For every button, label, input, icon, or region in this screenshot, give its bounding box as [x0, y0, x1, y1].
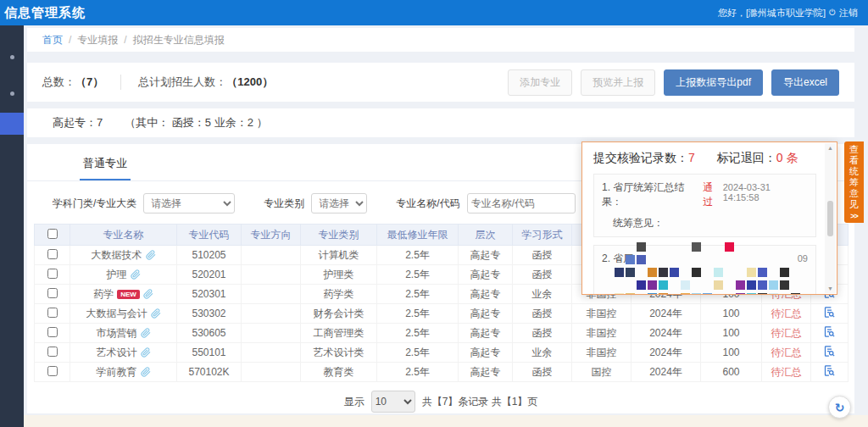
mosaic-cell — [648, 280, 657, 290]
export-excel-button[interactable]: 导出excel — [771, 69, 839, 96]
cell-category: 工商管理类 — [301, 324, 377, 343]
sidebar-active-item[interactable] — [0, 113, 24, 135]
paperclip-icon[interactable] — [131, 269, 141, 282]
cell-form: 业余 — [513, 285, 572, 304]
mosaic-cell — [725, 242, 734, 252]
major-name-input[interactable] — [467, 193, 576, 214]
breadcrumb-item: 拟招生专业信息填报 — [133, 33, 225, 47]
column-header: 专业名称 — [70, 225, 177, 246]
user-greeting: 您好，[滁州城市职业学院] — [718, 7, 826, 19]
paperclip-icon[interactable] — [146, 250, 156, 263]
add-major-button[interactable]: 添加专业 — [508, 69, 572, 96]
view-coordination-opinion-tab[interactable]: 查看统筹意见 >> — [844, 141, 864, 223]
cell-years: 2.5年 — [377, 304, 459, 324]
row-checkbox[interactable] — [47, 269, 58, 279]
table-row: 大数据与会计530302财务会计类2.5年高起专函授非国控2024年100待汇总 — [35, 304, 849, 324]
cell-plan: 100 — [701, 304, 762, 324]
major-name: 艺术设计 — [97, 347, 137, 358]
cell-direction — [242, 285, 301, 304]
subject-select[interactable]: 请选择 — [143, 193, 235, 214]
page-size-select[interactable]: 10 — [371, 391, 415, 413]
table-row: 市场营销530605工商管理类2.5年高起专函授非国控2024年100待汇总 — [35, 324, 849, 343]
scroll-down-icon[interactable]: ▼ — [827, 286, 833, 291]
view-detail-icon[interactable] — [823, 306, 836, 321]
mosaic-cell — [747, 268, 756, 277]
cell-direction — [242, 343, 301, 363]
paperclip-icon[interactable] — [151, 308, 161, 321]
row-checkbox[interactable] — [47, 327, 58, 337]
redacted-mosaic — [615, 242, 811, 295]
mosaic-row — [615, 255, 811, 264]
power-icon: ⏻ — [829, 8, 836, 18]
mosaic-row — [615, 242, 811, 252]
total-count-label: 总数： — [42, 75, 75, 90]
new-badge: NEW — [117, 290, 140, 299]
select-all-checkbox[interactable] — [47, 229, 58, 239]
mosaic-cell — [615, 293, 624, 295]
row-checkbox[interactable] — [47, 347, 58, 357]
paperclip-icon[interactable] — [141, 347, 151, 360]
submit-count-label: 提交核验记录数： — [593, 151, 688, 164]
table-row: 艺术设计550101艺术设计类2.5年高起专业余非国控2024年100待汇总 — [35, 343, 849, 363]
popup-title: 提交核验记录数：7 标记退回：0 条 — [593, 151, 816, 166]
record-1-timestamp: 2024-03-31 14:15:58 — [723, 182, 808, 202]
mosaic-cell — [637, 242, 646, 252]
mosaic-cell — [714, 268, 723, 277]
paperclip-icon[interactable] — [141, 328, 151, 341]
paperclip-icon[interactable] — [143, 289, 153, 302]
cell-category: 护理类 — [301, 265, 377, 285]
record-1-result-line: 1. 省厅统筹汇总结果： 通过 2024-03-31 14:15:58 — [602, 180, 808, 209]
cell-level: 高起专 — [459, 285, 513, 304]
major-name: 大数据技术 — [92, 249, 142, 261]
view-detail-icon[interactable] — [823, 325, 836, 341]
cell-category: 财务会计类 — [301, 304, 377, 324]
status-badge: 待汇总 — [762, 324, 811, 343]
submit-count-value: 7 — [688, 151, 695, 164]
row-checkbox[interactable] — [47, 366, 58, 376]
view-detail-icon[interactable] — [823, 345, 836, 360]
cell-direction — [242, 304, 301, 324]
sidebar-menu-icon[interactable] — [10, 55, 14, 59]
cell-year: 2024年 — [632, 324, 701, 343]
column-header: 最低修业年限 — [377, 225, 459, 246]
floating-widget-button[interactable]: ↻ — [828, 396, 851, 419]
mosaic-cell — [758, 293, 767, 295]
sidebar-menu-icon[interactable] — [10, 92, 14, 96]
row-checkbox[interactable] — [47, 288, 58, 298]
verification-record-2: 2. 省厅 09 — [593, 245, 816, 295]
category-select[interactable]: 请选择 — [311, 193, 367, 214]
export-pdf-button[interactable]: 上报数据导出pdf — [664, 69, 763, 96]
name-filter-label: 专业名称/代码 — [396, 197, 459, 211]
mosaic-cell — [747, 280, 756, 290]
refresh-icon: ↻ — [835, 401, 845, 414]
preview-submit-button[interactable]: 预览并上报 — [581, 69, 655, 96]
logout-link[interactable]: 注销 — [839, 7, 858, 19]
mosaic-cell — [714, 280, 723, 290]
mosaic-cell — [681, 293, 690, 295]
mosaic-cell — [670, 268, 679, 277]
mosaic-cell — [648, 293, 657, 295]
record-count-info: 共【7】条记录 共【1】页 — [422, 395, 538, 409]
scroll-thumb[interactable] — [827, 201, 833, 236]
cell-plan: 600 — [701, 363, 762, 382]
breadcrumb-item[interactable]: 首页 — [42, 33, 63, 47]
popup-scrollbar[interactable]: ▲ ▼ — [825, 143, 836, 293]
mosaic-cell — [615, 268, 624, 277]
row-checkbox[interactable] — [47, 308, 58, 318]
paperclip-icon[interactable] — [141, 367, 151, 380]
mosaic-cell — [703, 293, 712, 295]
cell-control: 非国控 — [572, 324, 632, 343]
major-name: 市场营销 — [97, 327, 137, 339]
cell-year: 2024年 — [632, 343, 701, 363]
view-detail-icon[interactable] — [823, 364, 836, 380]
mosaic-cell — [637, 280, 646, 290]
cell-plan: 100 — [701, 324, 762, 343]
row-checkbox[interactable] — [47, 249, 58, 259]
cell-form: 函授 — [513, 304, 572, 324]
breadcrumb-item: 专业填报 — [77, 33, 118, 47]
cell-form: 函授 — [513, 363, 572, 382]
status-badge: 待汇总 — [762, 304, 811, 324]
tab-normal-major[interactable]: 普通专业 — [80, 156, 131, 180]
scroll-up-icon[interactable]: ▲ — [827, 145, 833, 151]
return-count-group: 标记退回：0 条 — [717, 151, 798, 166]
